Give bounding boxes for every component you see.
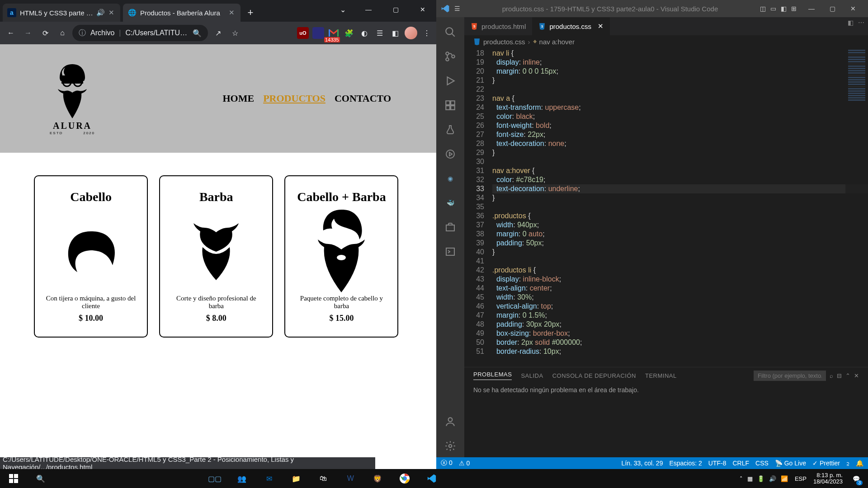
extension-icon-2[interactable]: ◐ — [359, 27, 370, 39]
filter-input[interactable] — [754, 371, 826, 381]
filter-icon[interactable]: ⌕ — [830, 372, 833, 379]
back-button[interactable]: ← — [4, 26, 18, 40]
layout-icon[interactable]: ◫ — [760, 5, 766, 12]
tab-consola[interactable]: CONSOLA DE DEPURACIÓN — [552, 372, 636, 379]
close-icon[interactable]: ✕ — [598, 22, 604, 30]
maximize-button[interactable]: ▢ — [382, 0, 409, 19]
tab-problemas[interactable]: PROBLEMAS — [473, 371, 512, 380]
address-bar[interactable]: ⓘ Archivo | C:/Users/LATITUDE... 🔍 — [72, 25, 208, 41]
start-button[interactable] — [0, 469, 27, 488]
console-icon[interactable] — [436, 240, 464, 263]
store-icon[interactable]: 🛍 — [310, 469, 337, 488]
reading-list-icon[interactable]: ☰ — [374, 27, 386, 39]
home-button[interactable]: ⌂ — [55, 26, 70, 40]
nav-home[interactable]: Home — [223, 93, 255, 104]
maximize-button[interactable]: ▢ — [822, 0, 843, 17]
minimize-button[interactable]: — — [801, 0, 822, 17]
extension-icon[interactable] — [312, 27, 324, 39]
word-icon[interactable]: W — [337, 469, 364, 488]
status-errors[interactable]: ⓧ 0 — [441, 459, 453, 467]
status-prettier[interactable]: ✓ Prettier — [812, 460, 840, 467]
close-icon[interactable]: ✕ — [227, 8, 236, 17]
nav-contacto[interactable]: Contacto — [335, 93, 391, 104]
outlook-icon[interactable]: ✉ — [255, 469, 283, 488]
editor-tab-html[interactable]: 5 productos.html — [464, 17, 532, 35]
more-icon[interactable]: ⋯ — [858, 19, 864, 26]
code-content[interactable]: nav li { display: inline; margin: 0 0 0 … — [492, 48, 868, 367]
liveshare-icon[interactable] — [436, 143, 464, 165]
breadcrumb[interactable]: productos.css › ⌖ nav a:hover — [464, 35, 868, 48]
status-feedback-icon[interactable]: ⫈ — [846, 460, 849, 467]
reload-button[interactable]: ⟳ — [38, 26, 52, 40]
tray-app-icon[interactable]: ▦ — [747, 475, 753, 482]
volume-icon[interactable]: 🔊 — [769, 475, 776, 482]
layout-icon[interactable]: ⊞ — [791, 5, 797, 12]
source-control-icon[interactable] — [436, 45, 464, 68]
battery-icon[interactable]: 🔋 — [757, 475, 764, 482]
people-icon[interactable]: 👥 — [228, 469, 255, 488]
run-icon[interactable] — [436, 70, 464, 92]
close-button[interactable]: ✕ — [843, 0, 863, 17]
status-spaces[interactable]: Espacios: 2 — [669, 460, 702, 467]
status-bell-icon[interactable]: 🔔 — [856, 460, 863, 467]
editor-tab-css[interactable]: 3 productos.css ✕ — [532, 17, 610, 35]
gmail-icon[interactable]: 14335 — [328, 27, 340, 39]
notifications-button[interactable]: 💬3 — [847, 469, 865, 488]
nav-productos[interactable]: Productos — [263, 93, 326, 104]
new-tab-button[interactable]: + — [243, 5, 258, 20]
search-icon[interactable] — [436, 21, 464, 43]
tab-search-icon[interactable]: ⌄ — [340, 5, 346, 14]
settings-icon[interactable] — [436, 435, 464, 457]
docker-icon[interactable]: 🐳 — [436, 192, 464, 214]
close-button[interactable]: ✕ — [409, 0, 436, 19]
brave-icon[interactable]: 🦁 — [364, 469, 391, 488]
tab-terminal[interactable]: TERMINAL — [645, 372, 677, 379]
close-icon[interactable]: ✕ — [107, 8, 116, 17]
status-golive[interactable]: 📡 Go Live — [775, 460, 806, 467]
status-position[interactable]: Lín. 33, col. 29 — [622, 460, 663, 467]
vscode-taskbar-icon[interactable] — [418, 469, 445, 488]
clock[interactable]: 8:13 p. m. 18/04/2023 — [813, 472, 843, 485]
language-indicator[interactable]: ESP — [793, 475, 809, 483]
menu-button[interactable]: ⋮ — [421, 27, 433, 39]
search-button[interactable]: 🔍 — [27, 469, 54, 488]
explorer-icon[interactable]: 📁 — [283, 469, 310, 488]
ublock-icon[interactable]: uO — [297, 27, 309, 39]
status-lang[interactable]: CSS — [755, 460, 769, 467]
site-info-icon[interactable]: ⓘ — [79, 28, 86, 38]
taskview-icon[interactable]: ▢▢ — [201, 469, 228, 488]
chrome-icon[interactable] — [391, 469, 418, 488]
bookmark-button[interactable]: ☆ — [228, 26, 242, 40]
status-warnings[interactable]: ⚠ 0 — [459, 460, 470, 467]
extensions-icon[interactable] — [436, 94, 464, 117]
edge-icon[interactable]: ◉ — [436, 167, 464, 190]
layout-icon[interactable]: ▭ — [770, 5, 776, 12]
projects-icon[interactable] — [436, 216, 464, 239]
status-eol[interactable]: CRLF — [732, 460, 749, 467]
close-icon[interactable]: ✕ — [854, 372, 859, 379]
minimize-button[interactable]: — — [355, 0, 382, 19]
browser-tab-1[interactable]: a HTML5 y CSS3 parte 2: Posic 🔊 ✕ — [3, 4, 120, 22]
audio-icon[interactable]: 🔊 — [96, 8, 105, 17]
search-icon[interactable]: 🔍 — [193, 29, 202, 38]
extensions-menu-icon[interactable]: 🧩 — [343, 27, 355, 39]
testing-icon[interactable] — [436, 118, 464, 141]
menu-icon[interactable]: ☰ — [454, 5, 460, 12]
tray-chevron-icon[interactable]: ˄ — [740, 475, 743, 482]
accounts-icon[interactable] — [436, 410, 464, 433]
share-button[interactable]: ↗ — [211, 26, 225, 40]
side-panel-icon[interactable]: ◧ — [389, 27, 401, 39]
chevron-up-icon[interactable]: ⌃ — [845, 372, 850, 379]
code-editor[interactable]: 1819202122232425262728293031323334353637… — [464, 48, 868, 367]
split-icon[interactable]: ◧ — [848, 19, 854, 26]
browser-tab-2[interactable]: 🌐 Productos - Barbería Alura ✕ — [123, 4, 241, 22]
product-title: Barba — [169, 190, 263, 204]
wifi-icon[interactable]: 📶 — [781, 475, 788, 482]
layout-icon[interactable]: ◧ — [781, 5, 787, 12]
profile-avatar[interactable] — [405, 27, 417, 39]
minimap[interactable] — [845, 48, 868, 367]
tab-salida[interactable]: SALIDA — [521, 372, 543, 379]
status-encoding[interactable]: UTF-8 — [708, 460, 726, 467]
collapse-icon[interactable]: ⊟ — [837, 372, 842, 379]
forward-button[interactable]: → — [21, 26, 35, 40]
